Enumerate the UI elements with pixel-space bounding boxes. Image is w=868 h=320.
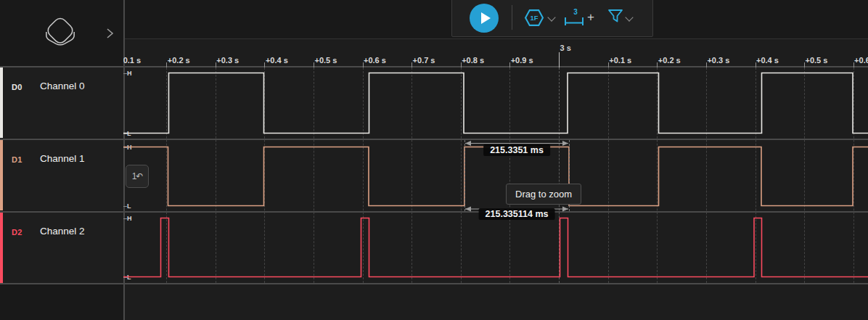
filter-button[interactable] [607, 7, 624, 26]
drag-to-zoom-tooltip: Drag to zoom [506, 184, 581, 205]
filter-dropdown-chevron-icon[interactable] [625, 13, 633, 21]
channel-row-d0[interactable] [0, 67, 123, 138]
logic-analyzer-window: D0Channel 0D1Channel 1D2Channel 2 +0.1 s… [0, 0, 868, 320]
add-measurement-button[interactable]: + [587, 11, 594, 23]
waveform-trace-d0[interactable] [123, 73, 868, 134]
play-icon [481, 12, 491, 24]
measurement-value-label[interactable]: 215.335114 ms [479, 208, 555, 220]
channel-row-d2[interactable] [0, 213, 123, 283]
ruler-icon [565, 17, 583, 25]
measurements-button[interactable]: 3 [562, 5, 586, 28]
app-logo[interactable] [38, 17, 83, 50]
channel-id-label: D0 [12, 83, 22, 91]
waveform-canvas[interactable] [123, 0, 868, 320]
logo-top-face [46, 17, 75, 45]
channel-color-stripe [0, 140, 3, 210]
sidebar-expand-chevron[interactable] [105, 26, 115, 41]
zoom-previous-button[interactable]: 1↶ [126, 165, 149, 188]
hex-dropdown-chevron-icon[interactable] [547, 13, 555, 21]
waveform-trace-d1[interactable] [123, 147, 868, 206]
channel-id-label: D2 [12, 228, 22, 237]
tooltip-label: Drag to zoom [515, 189, 572, 200]
waveform-panel[interactable]: +0.1 s+0.2 s+0.3 s+0.4 s+0.5 s+0.6 s+0.7… [123, 0, 868, 320]
channel-color-stripe [0, 67, 3, 138]
channel-name-label: Channel 2 [40, 226, 85, 237]
arrowhead-icon [465, 206, 471, 211]
channel-row-d1[interactable] [0, 140, 123, 210]
waveform-trace-d2[interactable] [123, 218, 868, 277]
channel-id-label: D1 [12, 155, 22, 164]
play-button[interactable] [470, 4, 499, 33]
funnel-icon [609, 10, 622, 22]
measurements-count-badge: 3 [573, 8, 578, 16]
hex-display-button[interactable]: 1F [524, 8, 544, 28]
zoom-previous-icon: 1↶ [132, 171, 143, 181]
toolbar-divider [512, 5, 512, 30]
arrowhead-icon [562, 206, 568, 211]
measurement-boundary [464, 140, 465, 211]
channel-name-label: Channel 0 [40, 81, 85, 91]
hex-badge-label: 1F [531, 15, 539, 22]
channel-color-stripe [0, 213, 3, 283]
channel-name-label: Channel 1 [40, 153, 85, 164]
arrowhead-icon [562, 141, 568, 146]
capture-toolbar: 1F 3 + [451, 0, 653, 37]
measurement-value-label[interactable]: 215.3351 ms [483, 144, 550, 156]
arrowhead-icon [465, 141, 471, 146]
